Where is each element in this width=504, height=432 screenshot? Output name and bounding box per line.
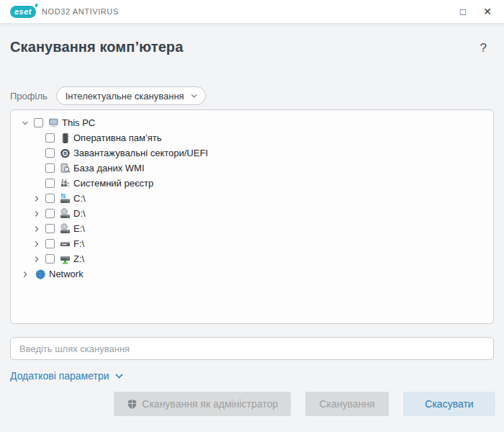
tree-item-label: Завантажувальні сектори/UEFI: [73, 148, 208, 158]
chevron-right-icon[interactable]: [32, 253, 45, 265]
cancel-button[interactable]: Скасувати: [403, 392, 495, 416]
checkbox[interactable]: [45, 163, 55, 173]
scan-as-admin-label: Сканування як адміністратор: [142, 398, 278, 410]
profile-row: Профіль Інтелектуальне сканування: [0, 86, 504, 105]
tree-row-network[interactable]: Network: [11, 266, 493, 282]
wmi-database-icon: [58, 163, 71, 174]
advanced-options-link[interactable]: Додаткові параметри: [10, 370, 124, 382]
checkbox[interactable]: [45, 179, 55, 188]
chevron-down-icon: [114, 372, 124, 381]
page-title: Сканування комп’ютера: [10, 39, 183, 55]
tree-row-boot-sectors[interactable]: Завантажувальні сектори/UEFI: [11, 145, 493, 161]
chevron-down-icon[interactable]: [21, 117, 34, 129]
checkbox[interactable]: [45, 209, 55, 218]
boot-sector-icon: [58, 148, 71, 159]
minimize-button[interactable]: □: [451, 0, 475, 23]
tree-item-label: Оперативна пам’ять: [73, 132, 162, 143]
close-button[interactable]: ✕: [475, 0, 500, 23]
scan-button[interactable]: Сканування: [305, 392, 389, 416]
tree-item-label: Z:\: [73, 253, 84, 264]
checkbox[interactable]: [45, 239, 55, 248]
chevron-spacer: [32, 132, 45, 144]
tree-row-memory[interactable]: Оперативна пам’ять: [11, 130, 493, 145]
checkbox[interactable]: [34, 118, 43, 127]
tree-item-label: Network: [49, 269, 84, 279]
eset-logo-text: eset: [14, 7, 32, 15]
profile-selected-value: Інтелектуальне сканування: [66, 91, 184, 102]
eset-logo: eset: [10, 6, 36, 18]
checkbox[interactable]: [45, 148, 55, 158]
tree-row-drive-f[interactable]: F:\: [11, 236, 493, 251]
scan-label: Сканування: [319, 398, 374, 410]
tree-row-registry[interactable]: Системний реєстр: [11, 176, 493, 191]
titlebar: eset NOD32 ANTIVIRUS □ ✕: [0, 0, 504, 23]
profile-label: Профіль: [10, 91, 48, 102]
checkbox[interactable]: [45, 133, 55, 143]
advanced-row: Додаткові параметри: [10, 369, 494, 382]
system-drive-icon: [58, 193, 71, 204]
tree-row-wmi[interactable]: База даних WMI: [11, 161, 493, 176]
tree-row-this-pc[interactable]: This PC: [11, 115, 493, 130]
tree-row-drive-e[interactable]: E:\: [11, 221, 493, 236]
computer-icon: [47, 117, 60, 129]
page-header: Сканування комп’ютера ?: [0, 23, 504, 58]
checkbox[interactable]: [45, 224, 55, 233]
eset-scan-window: eset NOD32 ANTIVIRUS □ ✕ Сканування комп…: [0, 0, 504, 432]
checkbox[interactable]: [45, 254, 55, 264]
scan-targets-tree: This PC Оперативна пам’ять Завантажуваль…: [10, 109, 494, 324]
tree-row-drive-c[interactable]: C:\: [11, 191, 493, 206]
chevron-down-icon: [190, 92, 198, 100]
chevron-spacer: [32, 178, 45, 189]
registry-icon: [58, 178, 71, 189]
tree-item-label: Системний реєстр: [73, 178, 153, 189]
scan-path-input[interactable]: [10, 337, 494, 360]
action-button-row: Сканування як адміністратор Сканування С…: [0, 392, 504, 416]
checkbox[interactable]: [45, 194, 55, 203]
optical-drive-icon: [58, 223, 71, 235]
chevron-spacer: [32, 163, 45, 174]
tree-item-label: F:\: [73, 238, 84, 249]
chevron-spacer: [32, 148, 45, 159]
tree-item-label: D:\: [73, 208, 86, 219]
tree-item-label: База даних WMI: [73, 163, 145, 174]
eset-logo-spark: [35, 3, 37, 7]
network-globe-icon: [34, 269, 47, 280]
network-drive-icon: [58, 253, 71, 265]
advanced-options-label: Додаткові параметри: [10, 370, 109, 382]
chevron-right-icon[interactable]: [21, 269, 34, 280]
ram-icon: [58, 132, 71, 144]
chevron-right-icon[interactable]: [32, 223, 45, 235]
cancel-label: Скасувати: [425, 398, 473, 410]
tree-row-drive-z[interactable]: Z:\: [11, 251, 493, 266]
chevron-right-icon[interactable]: [32, 193, 45, 204]
profile-select[interactable]: Інтелектуальне сканування: [56, 86, 206, 105]
chevron-right-icon[interactable]: [32, 208, 45, 220]
product-name: NOD32 ANTIVIRUS: [42, 7, 119, 16]
optical-drive-icon: [58, 208, 71, 220]
help-icon[interactable]: ?: [480, 39, 487, 58]
tree-item-label: C:\: [73, 193, 86, 204]
hard-drive-icon: [58, 238, 71, 250]
tree-item-label: This PC: [62, 117, 95, 128]
chevron-right-icon[interactable]: [32, 238, 45, 250]
uac-shield-icon: [127, 399, 138, 410]
tree-item-label: E:\: [73, 223, 85, 234]
tree-row-drive-d[interactable]: D:\: [11, 206, 493, 221]
scan-as-admin-button[interactable]: Сканування як адміністратор: [114, 392, 291, 416]
